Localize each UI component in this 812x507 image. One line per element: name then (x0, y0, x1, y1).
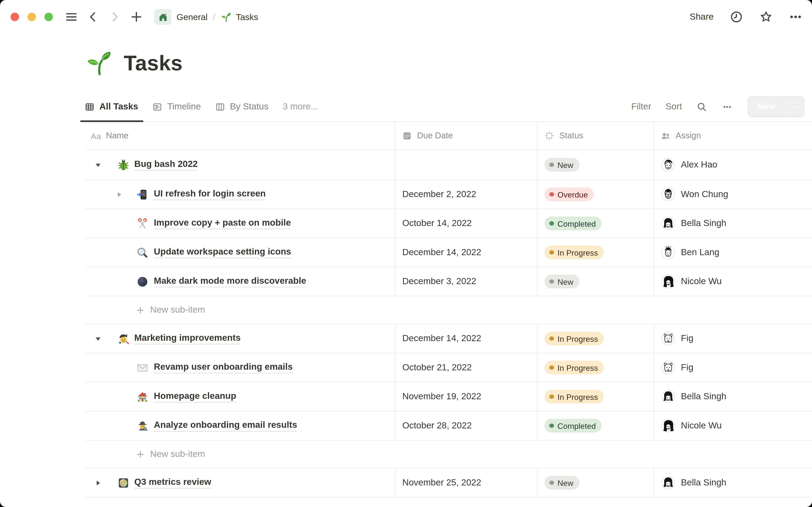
minimize-window-button[interactable] (28, 13, 36, 21)
task-name-link[interactable]: Homepage cleanup (154, 391, 237, 402)
status-cell[interactable]: New (538, 267, 654, 296)
assign-cell[interactable]: Fig (654, 324, 812, 353)
status-dot (549, 192, 554, 196)
status-pill[interactable]: Completed (545, 217, 602, 230)
status-pill[interactable]: In Progress (545, 390, 604, 403)
task-name-link[interactable]: Revamp user onboarding emails (154, 362, 293, 374)
new-sub-item-button[interactable]: New sub-item (85, 441, 812, 468)
due-date-cell[interactable]: December 14, 2022 (395, 324, 538, 353)
favorite-star-icon[interactable] (759, 10, 773, 24)
status-cell[interactable]: In Progress (538, 353, 654, 382)
status-pill[interactable]: New (545, 476, 579, 490)
task-name-link[interactable]: UI refresh for login screen (154, 189, 266, 200)
status-cell[interactable]: In Progress (538, 238, 654, 267)
expand-toggle-icon[interactable] (113, 189, 125, 200)
home-icon[interactable] (154, 9, 171, 25)
due-date-cell[interactable]: October 28, 2022 (395, 411, 538, 440)
view-more-options-icon[interactable] (722, 101, 733, 112)
task-name-link[interactable]: Make dark mode more discoverable (154, 276, 306, 287)
more-options-icon[interactable] (789, 10, 803, 24)
name-cell[interactable]: Revamp user onboarding emails (85, 353, 395, 382)
filter-button[interactable]: Filter (631, 101, 651, 112)
name-cell[interactable]: Marketing improvements (85, 324, 395, 353)
status-cell[interactable]: Completed (538, 411, 654, 440)
collapse-toggle-icon[interactable] (92, 333, 104, 344)
name-cell[interactable]: Make dark mode more discoverable (85, 267, 395, 296)
status-cell[interactable]: New (538, 150, 654, 180)
tab-all-tasks[interactable]: All Tasks (85, 92, 138, 121)
zoom-window-button[interactable] (44, 13, 53, 21)
name-cell[interactable]: Q3 metrics review (85, 468, 395, 497)
new-page-icon[interactable] (130, 10, 143, 24)
assign-cell[interactable]: Bella Singh (654, 209, 812, 238)
due-date-cell[interactable]: November 19, 2022 (395, 382, 538, 411)
status-cell[interactable]: In Progress (538, 324, 654, 353)
due-date-cell[interactable]: October 21, 2022 (395, 353, 538, 382)
expand-toggle-icon[interactable] (92, 477, 104, 489)
due-date-cell[interactable]: December 2, 2022 (395, 180, 538, 209)
column-header-name[interactable]: Aa Name (85, 122, 395, 150)
new-sub-item-row[interactable]: New sub-item (85, 441, 812, 468)
name-cell[interactable]: Homepage cleanup (85, 382, 395, 411)
close-window-button[interactable] (11, 13, 19, 21)
new-button[interactable]: New (748, 97, 784, 117)
task-name-link[interactable]: Bug bash 2022 (134, 159, 198, 171)
status-pill[interactable]: In Progress (545, 361, 604, 375)
sidebar-menu-icon[interactable] (64, 10, 78, 24)
task-name-link[interactable]: Marketing improvements (134, 333, 241, 344)
breadcrumb-page[interactable]: Tasks (236, 12, 258, 22)
status-pill[interactable]: In Progress (545, 332, 604, 345)
assign-cell[interactable]: Bella Singh (654, 468, 812, 497)
new-dropdown-button[interactable] (784, 97, 805, 117)
task-name-link[interactable]: Q3 metrics review (134, 477, 211, 489)
page-emoji-seedling-icon[interactable] (85, 49, 113, 77)
due-date-cell[interactable]: December 3, 2022 (395, 267, 538, 296)
new-sub-item-button[interactable]: New sub-item (85, 296, 812, 324)
share-button[interactable]: Share (690, 12, 714, 22)
search-icon[interactable] (696, 101, 708, 112)
tab-timeline[interactable]: Timeline (152, 92, 201, 121)
assign-cell[interactable]: Nicole Wu (654, 267, 812, 296)
name-cell[interactable]: Analyze onboarding email results (85, 411, 395, 440)
due-date-cell[interactable]: December 14, 2022 (395, 238, 538, 267)
breadcrumb-workspace[interactable]: General (176, 12, 208, 22)
assign-cell[interactable]: Bella Singh (654, 382, 812, 411)
status-pill[interactable]: In Progress (545, 246, 604, 260)
due-date-cell[interactable] (395, 150, 538, 180)
status-pill[interactable]: Overdue (545, 187, 594, 201)
page-title[interactable]: Tasks (124, 51, 183, 75)
status-label: New (557, 277, 573, 286)
status-pill[interactable]: Completed (545, 419, 602, 433)
back-icon[interactable] (86, 10, 100, 24)
status-pill[interactable]: New (545, 158, 579, 172)
assign-cell[interactable]: Fig (654, 353, 812, 382)
column-header-due-date[interactable]: Due Date (395, 122, 538, 150)
status-cell[interactable]: New (538, 468, 654, 497)
sort-button[interactable]: Sort (665, 101, 682, 112)
forward-icon[interactable] (108, 10, 121, 24)
status-cell[interactable]: Overdue (538, 180, 654, 209)
tab-by-status[interactable]: By Status (215, 92, 268, 121)
task-name-link[interactable]: Update workspace setting icons (154, 247, 291, 258)
status-pill[interactable]: New (545, 275, 579, 288)
column-header-assign[interactable]: Assign (654, 122, 812, 150)
name-cell[interactable]: Improve copy + paste on mobile (85, 209, 395, 238)
task-name-link[interactable]: Analyze onboarding email results (154, 420, 297, 432)
due-date-cell[interactable]: October 14, 2022 (395, 209, 538, 238)
assign-cell[interactable]: Alex Hao (654, 150, 812, 180)
status-cell[interactable]: Completed (538, 209, 654, 238)
collapse-toggle-icon[interactable] (92, 159, 104, 171)
task-name-link[interactable]: Improve copy + paste on mobile (154, 218, 291, 229)
assign-cell[interactable]: Ben Lang (654, 238, 812, 267)
updates-clock-icon[interactable] (729, 10, 743, 24)
assign-cell[interactable]: Won Chung (654, 180, 812, 209)
assign-cell[interactable]: Nicole Wu (654, 411, 812, 440)
name-cell[interactable]: Update workspace setting icons (85, 238, 395, 267)
status-cell[interactable]: In Progress (538, 382, 654, 411)
column-header-status[interactable]: Status (538, 122, 654, 150)
new-sub-item-row[interactable]: New sub-item (85, 296, 812, 325)
due-date-cell[interactable]: November 25, 2022 (395, 468, 538, 497)
name-cell[interactable]: UI refresh for login screen (85, 180, 395, 209)
name-cell[interactable]: Bug bash 2022 (85, 150, 395, 180)
more-views-button[interactable]: 3 more... (283, 101, 318, 112)
